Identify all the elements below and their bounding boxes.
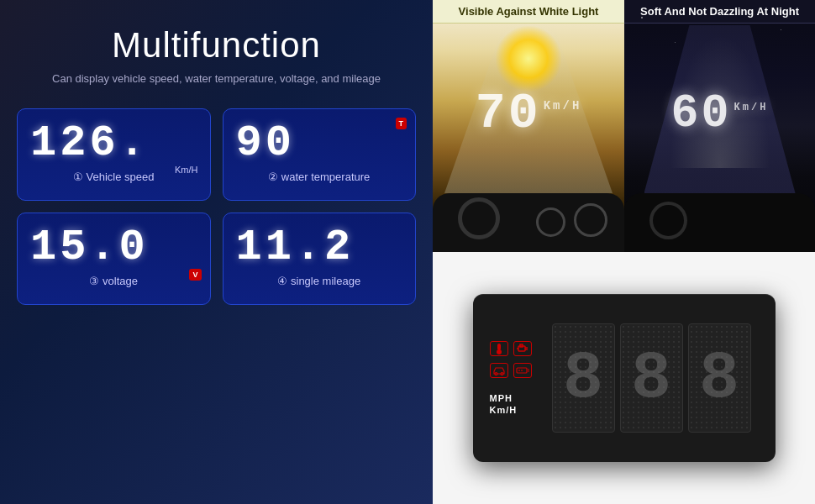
- display-grid: 126. Km/H ① Vehicle speed 90 T ② water t…: [17, 108, 416, 305]
- mph-label: MPH: [490, 393, 518, 403]
- speed-card: 126. Km/H ① Vehicle speed: [17, 108, 211, 201]
- comparison-section: Visible Against White Light 70Km/H Soft …: [433, 0, 815, 252]
- mileage-number: 11.2: [236, 226, 355, 270]
- left-panel: Multifunction Can display vehicle speed,…: [0, 0, 433, 504]
- temperature-number: 90: [236, 122, 295, 165]
- svg-point-1: [497, 349, 502, 354]
- voltage-number: 15.0: [30, 226, 149, 270]
- battery-icon: [513, 363, 532, 378]
- temperature-label: ② water temperature: [268, 171, 370, 183]
- unit-labels: MPH Km/H: [490, 393, 518, 415]
- hud-device-section: MPH Km/H 8 8 8: [433, 252, 815, 504]
- night-speed-display: 60Km/H: [671, 87, 769, 140]
- right-panel: Visible Against White Light 70Km/H Soft …: [433, 0, 815, 504]
- icon-row-1: [490, 341, 532, 356]
- hud-device: MPH Km/H 8 8 8: [473, 294, 776, 462]
- main-title: Multifunction: [112, 25, 321, 66]
- mileage-card: 11.2 ④ single mileage: [223, 213, 417, 305]
- speed-unit: Km/H: [175, 165, 198, 175]
- night-image: Soft And Not Dazzling At Night 60Km/H: [624, 0, 815, 252]
- temperature-badge: T: [396, 118, 408, 129]
- voltage-label: ③ voltage: [89, 275, 138, 287]
- day-image: Visible Against White Light 70Km/H: [433, 0, 624, 252]
- digit-display: 8 8 8: [544, 323, 759, 433]
- night-label: Soft And Not Dazzling At Night: [624, 0, 815, 24]
- svg-rect-0: [497, 344, 501, 350]
- car-icon: [490, 363, 508, 378]
- steering-wheel-day: [458, 197, 500, 239]
- speed-number: 126.: [30, 122, 149, 165]
- kmh-label: Km/H: [490, 405, 518, 415]
- digit-3: 8: [688, 323, 751, 433]
- voltage-card: 15.0 V ③ voltage: [17, 213, 211, 305]
- voltage-badge: V: [189, 269, 201, 281]
- steering-wheel-night: [649, 202, 687, 239]
- mileage-label: ④ single mileage: [277, 275, 360, 287]
- engine-icon: [513, 341, 532, 356]
- speed-label: ① Vehicle speed: [73, 171, 155, 183]
- icon-row-2: [490, 363, 532, 378]
- day-speed-display: 70Km/H: [476, 85, 582, 142]
- digit-2: 8: [620, 323, 683, 433]
- thermometer-icon: [490, 341, 508, 356]
- subtitle: Can display vehicle speed, water tempera…: [52, 72, 381, 85]
- temperature-card: 90 T ② water temperature: [223, 108, 417, 201]
- day-label: Visible Against White Light: [433, 0, 624, 24]
- digit-1: 8: [552, 323, 615, 433]
- hud-left-section: MPH Km/H: [490, 341, 532, 415]
